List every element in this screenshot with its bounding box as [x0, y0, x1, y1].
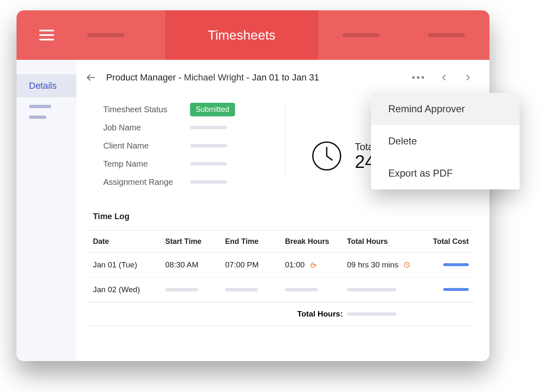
label-status: Timesheet Status	[103, 105, 190, 114]
total-hours-block: Total 24	[298, 100, 376, 191]
footer-value-placeholder	[347, 312, 428, 316]
crumb-person: Michael Wright	[184, 72, 244, 83]
col-break: Break Hours	[285, 237, 347, 246]
cell-total	[347, 288, 428, 291]
cell-break	[285, 288, 347, 291]
label-job: Job Name	[103, 123, 190, 132]
clock-small-icon	[403, 261, 411, 269]
table-header: Date Start Time End Time Break Hours Tot…	[88, 230, 474, 253]
divider	[285, 104, 285, 178]
actions-popover: Remind Approver Delete Export as PDF	[371, 93, 520, 189]
action-delete[interactable]: Delete	[371, 125, 520, 157]
col-total: Total Hours	[347, 237, 428, 246]
cell-cost	[428, 263, 469, 266]
col-date: Date	[93, 237, 165, 246]
sidebar: Details	[17, 60, 76, 361]
sidebar-placeholder	[29, 105, 51, 108]
svg-line-3	[327, 156, 332, 160]
col-cost: Total Cost	[428, 237, 469, 246]
label-client: Client Name	[103, 141, 190, 151]
menu-icon[interactable]	[39, 30, 54, 40]
cell-end: 07:00 PM	[225, 260, 285, 269]
cell-break: 01:00	[285, 260, 347, 269]
value-placeholder	[190, 180, 227, 184]
action-remind-approver[interactable]: Remind Approver	[371, 93, 520, 125]
footer-label: Total Hours:	[285, 309, 347, 319]
back-arrow-icon[interactable]	[85, 71, 97, 84]
more-icon[interactable]: •••	[412, 72, 426, 83]
status-badge: Submitted	[190, 103, 235, 116]
table-footer: Total Hours:	[88, 302, 474, 326]
header-placeholder	[87, 33, 124, 37]
cell-start	[165, 288, 225, 291]
cell-total: 09 hrs 30 mins	[347, 260, 428, 269]
app-header: Timesheets	[17, 10, 489, 60]
crumb-range: Jan 01 to Jan 31	[252, 72, 319, 83]
cell-end	[225, 288, 285, 291]
label-range: Assignment Range	[103, 177, 190, 187]
sidebar-item-label: Details	[29, 80, 57, 91]
sidebar-item-details[interactable]: Details	[17, 74, 76, 97]
value-placeholder	[190, 126, 227, 129]
clock-icon	[310, 139, 343, 172]
label-temp: Temp Name	[103, 159, 190, 169]
info-fields: Timesheet Status Submitted Job Name Clie…	[103, 100, 273, 191]
col-start: Start Time	[165, 237, 225, 246]
time-log-table: Date Start Time End Time Break Hours Tot…	[88, 230, 474, 326]
section-title: Time Log	[93, 212, 474, 221]
prev-icon[interactable]	[438, 72, 450, 83]
header-placeholder	[342, 33, 380, 37]
table-row[interactable]: Jan 01 (Tue) 08:30 AM 07:00 PM 01:00 09 …	[88, 253, 474, 277]
breadcrumb: Product Manager - Michael Wright - Jan 0…	[106, 72, 319, 83]
sidebar-placeholder	[29, 116, 46, 119]
value-placeholder	[190, 144, 227, 147]
cell-date: Jan 01 (Tue)	[93, 260, 165, 269]
header-title: Timesheets	[208, 28, 276, 43]
table-row[interactable]: Jan 02 (Wed)	[88, 277, 474, 302]
cell-date: Jan 02 (Wed)	[93, 285, 165, 294]
cell-cost	[428, 288, 469, 291]
value-placeholder	[190, 162, 227, 165]
action-export-pdf[interactable]: Export as PDF	[371, 157, 520, 189]
next-icon[interactable]	[462, 72, 474, 83]
crumb-role: Product Manager	[106, 72, 176, 83]
col-end: End Time	[225, 237, 285, 246]
header-placeholder	[428, 33, 465, 37]
cell-start: 08:30 AM	[165, 260, 225, 269]
coffee-icon	[309, 261, 317, 269]
